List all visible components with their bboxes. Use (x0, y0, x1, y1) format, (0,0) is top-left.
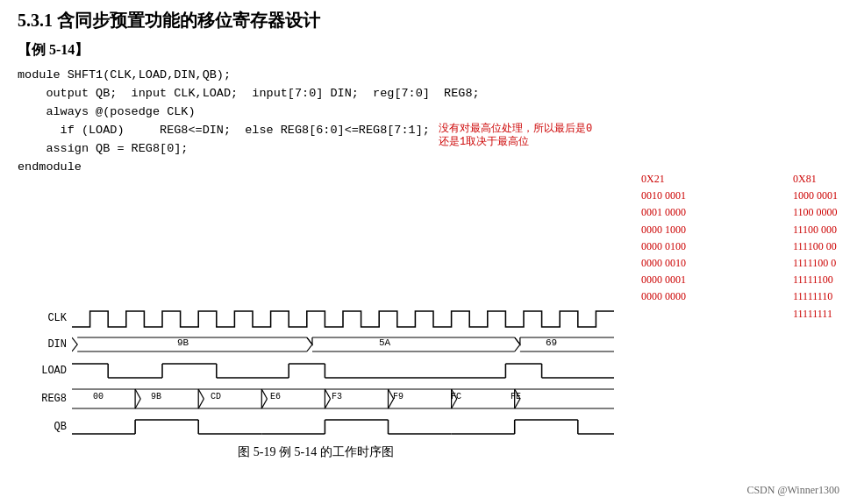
note2: 还是1取决于最高位 (439, 134, 529, 151)
svg-line-31 (261, 399, 267, 408)
din-row: DIN (35, 332, 614, 357)
right-annotations: 0X81 1000 0001 1100 0000 11100 000 11110… (793, 171, 838, 323)
diagram-caption: 图 5-19 例 5-14 的工作时序图 (18, 444, 614, 460)
ann-left-3: 0000 1000 (641, 222, 686, 238)
clk-label: CLK (35, 312, 72, 324)
reg8-val-00: 00 (93, 392, 104, 401)
load-label: LOAD (35, 365, 72, 377)
ann-right-0: 0X81 (793, 171, 838, 188)
reg8-wave: 00 9B CD E6 F3 F9 FC FE (72, 386, 614, 412)
ann-left-5: 0000 0010 (641, 255, 686, 272)
example-label: 【例 5-14】 (18, 41, 839, 60)
ann-right-6: 11111100 (793, 272, 838, 288)
din-label: DIN (35, 338, 72, 351)
ann-right-2: 1100 0000 (793, 204, 838, 221)
svg-line-28 (198, 399, 204, 408)
qb-label: QB (35, 421, 72, 433)
left-annotations: 0X21 0010 0001 0001 0000 0000 1000 0000 … (641, 171, 686, 306)
code-block: module SHFT1(CLK,LOAD,DIN,QB); output QB… (18, 67, 839, 177)
din-val-5a: 5A (379, 337, 390, 348)
ann-left-4: 0000 0100 (641, 238, 686, 255)
reg8-val-fe: FE (511, 392, 521, 401)
svg-line-24 (135, 389, 140, 399)
din-wave: 9B 5A 69 (72, 334, 614, 355)
ann-left-2: 0001 0000 (641, 204, 686, 221)
reg8-label: REG8 (35, 393, 72, 405)
code-line-5: assign QB = REG8[0]; (18, 140, 839, 159)
timing-diagram-area: CLK DIN (18, 306, 614, 460)
clk-wave (72, 308, 614, 329)
code-line-4: if (LOAD) REG8<=DIN; else REG8[6:0]<=REG… (18, 122, 839, 140)
reg8-val-f3: F3 (332, 392, 342, 401)
svg-line-34 (325, 399, 330, 408)
ann-right-8: 11111111 (793, 306, 838, 323)
reg8-val-e6: E6 (270, 392, 281, 401)
ann-left-1: 0010 0001 (641, 188, 686, 204)
load-row: LOAD (35, 358, 614, 383)
reg8-row: REG8 (35, 385, 614, 413)
ann-left-7: 0000 0000 (641, 288, 686, 305)
watermark: CSDN @Winner1300 (746, 484, 839, 497)
clk-row: CLK (35, 306, 614, 330)
reg8-val-cd: CD (211, 392, 221, 401)
timing-diagram: CLK DIN (35, 306, 614, 439)
code-line-6: endmodule (18, 159, 839, 177)
section-title: 5.3.1 含同步预置功能的移位寄存器设计 (18, 9, 839, 32)
ann-right-1: 1000 0001 (793, 188, 838, 204)
code-line-2: output QB; input CLK,LOAD; input[7:0] DI… (18, 85, 839, 103)
ann-right-7: 11111110 (793, 288, 838, 305)
svg-line-33 (325, 389, 330, 399)
svg-line-30 (261, 389, 267, 399)
ann-right-3: 11100 000 (793, 222, 838, 238)
code-line-4-wrapper: if (LOAD) REG8<=DIN; else REG8[6:0]<=REG… (18, 122, 839, 140)
reg8-val-9b: 9B (151, 392, 161, 401)
ann-left-6: 0000 0001 (641, 272, 686, 288)
qb-row: QB (35, 415, 614, 439)
svg-line-27 (198, 389, 204, 399)
svg-line-25 (135, 399, 140, 408)
ann-right-4: 111100 00 (793, 238, 838, 255)
din-val-9b: 9B (177, 337, 189, 348)
qb-wave (72, 416, 614, 437)
page: 5.3.1 含同步预置功能的移位寄存器设计 【例 5-14】 module SH… (0, 0, 857, 504)
ann-left-0: 0X21 (641, 171, 686, 188)
din-val-69: 69 (546, 337, 557, 348)
code-line-1: module SHFT1(CLK,LOAD,DIN,QB); (18, 67, 839, 85)
reg8-val-fc: FC (451, 392, 461, 401)
load-wave (72, 360, 614, 381)
code-line-3: always @(posedge CLK) (18, 103, 839, 122)
ann-right-5: 1111100 0 (793, 255, 838, 272)
reg8-val-f9: F9 (393, 392, 404, 401)
